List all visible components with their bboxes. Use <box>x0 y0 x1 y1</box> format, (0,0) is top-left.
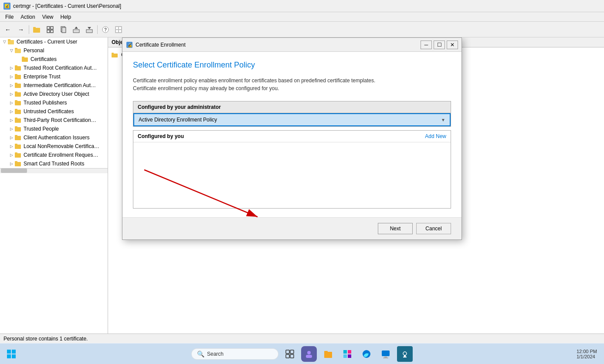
user-policy-label: Configured by you <box>138 133 184 139</box>
export-button[interactable] <box>70 24 82 35</box>
tree-cert-enrollment[interactable]: ▷ Certificate Enrollment Reques… <box>0 151 108 159</box>
smart-card-expander[interactable]: ▷ <box>8 160 15 167</box>
root-expander[interactable]: ▽ <box>1 38 8 45</box>
svg-rect-19 <box>116 30 118 32</box>
cert-enrollment-expander[interactable]: ▷ <box>8 152 15 158</box>
tree-enterprise-trust[interactable]: ▷ Enterprise Trust <box>0 72 108 81</box>
menu-action[interactable]: Action <box>17 13 38 21</box>
certificate-enrollment-dialog: 🔏 Certificate Enrollment ─ ☐ ✕ Select Ce… <box>122 37 462 240</box>
tree-smart-card[interactable]: ▷ Smart Card Trusted Roots <box>0 159 108 168</box>
svg-rect-32 <box>290 354 294 358</box>
tree-third-party[interactable]: ▷ Third-Party Root Certification… <box>0 116 108 125</box>
title-bar: 🔏 certmgr - [Certificates - Current User… <box>0 0 604 12</box>
trusted-people-expander[interactable]: ▷ <box>8 125 15 132</box>
personal-folder-icon <box>15 47 22 54</box>
next-button[interactable]: Next <box>378 223 413 234</box>
tree-trusted-publishers[interactable]: ▷ Trusted Publishers <box>0 98 108 107</box>
search-text: Search <box>207 351 224 357</box>
menu-file[interactable]: File <box>2 13 17 21</box>
intermediate-label: Intermediate Certification Aut… <box>24 82 96 88</box>
taskbar-task-view[interactable] <box>282 346 298 362</box>
trusted-root-expander[interactable]: ▷ <box>8 64 15 71</box>
menu-view[interactable]: View <box>39 13 57 21</box>
tree-client-auth[interactable]: ▷ Client Authentication Issuers <box>0 133 108 142</box>
dropdown-arrow-icon: ▼ <box>441 118 445 122</box>
svg-rect-30 <box>290 350 294 354</box>
trusted-people-folder-icon <box>15 126 22 132</box>
dialog-minimize-button[interactable]: ─ <box>421 40 432 49</box>
tree-local-nonremovable[interactable]: ▷ Local NonRemovable Certifica… <box>0 142 108 151</box>
dialog-body: Select Certificate Enrollment Policy Cer… <box>122 52 461 217</box>
admin-policy-section: Configured by your administrator Active … <box>133 101 451 127</box>
taskbar-edge[interactable] <box>359 346 374 362</box>
user-policy-section: Configured by you Add New <box>133 130 451 209</box>
menu-help[interactable]: Help <box>57 13 75 21</box>
search-bar[interactable]: 🔍 Search <box>191 348 278 360</box>
cancel-button[interactable]: Cancel <box>416 223 451 234</box>
tree-untrusted[interactable]: ▷ Untrusted Certificates <box>0 107 108 116</box>
svg-rect-7 <box>51 30 53 33</box>
tree-active-directory[interactable]: ▷ Active Directory User Object <box>0 90 108 98</box>
dialog-description-line2: Certificate enrollment policy may alread… <box>133 85 279 91</box>
tree-trusted-root[interactable]: ▷ Trusted Root Certification Aut… <box>0 64 108 72</box>
certificates-folder-icon <box>22 56 29 62</box>
enterprise-trust-expander[interactable]: ▷ <box>8 73 15 80</box>
tree-personal[interactable]: ▽ Personal <box>0 46 108 55</box>
copy-button[interactable] <box>57 24 69 35</box>
intermediate-folder-icon <box>15 82 22 88</box>
grid-button[interactable] <box>44 24 56 35</box>
add-new-button[interactable]: Add New <box>425 133 446 139</box>
active-directory-label: Active Directory User Object <box>24 91 89 97</box>
third-party-expander[interactable]: ▷ <box>8 117 15 124</box>
cert-enrollment-folder-icon <box>15 152 22 158</box>
tree-trusted-people[interactable]: ▷ Trusted People <box>0 125 108 133</box>
trusted-publishers-expander[interactable]: ▷ <box>8 99 15 106</box>
svg-rect-29 <box>286 350 289 354</box>
smart-card-folder-icon <box>15 161 22 167</box>
help-button[interactable]: ? <box>99 24 112 35</box>
client-auth-expander[interactable]: ▷ <box>8 134 15 141</box>
active-directory-expander[interactable]: ▷ <box>8 91 15 98</box>
trusted-root-label: Trusted Root Certification Aut… <box>24 65 97 71</box>
svg-marker-11 <box>75 27 78 29</box>
policy-dropdown[interactable]: Active Directory Enrollment Policy ▼ <box>133 113 451 126</box>
app-icon: 🔏 <box>3 3 10 10</box>
user-policy-header: Configured by you Add New <box>133 131 451 142</box>
client-auth-folder-icon <box>15 135 22 141</box>
taskbar-right: 12:00 PM1/1/2024 <box>577 349 601 359</box>
dialog-titlebar-controls: ─ ☐ ✕ <box>421 40 458 49</box>
taskbar-teams[interactable] <box>301 346 317 362</box>
forward-button[interactable]: → <box>15 24 27 35</box>
window-title: certmgr - [Certificates - Current User\P… <box>13 3 121 9</box>
cert-enrollment-label: Certificate Enrollment Reques… <box>24 152 98 158</box>
svg-point-33 <box>307 351 311 354</box>
taskbar-cert-manager[interactable] <box>397 346 413 362</box>
folder-button[interactable] <box>31 24 43 35</box>
tree-certificates[interactable]: ▷ Certificates <box>0 55 108 64</box>
personal-expander[interactable]: ▽ <box>8 47 15 54</box>
tree-intermediate[interactable]: ▷ Intermediate Certification Aut… <box>0 81 108 90</box>
dialog-maximize-button[interactable]: ☐ <box>434 40 445 49</box>
tree-root[interactable]: ▽ Certificates - Current User <box>0 37 108 46</box>
toolbar: ← → ? <box>0 22 604 37</box>
import-button[interactable] <box>83 24 95 35</box>
dialog-description-line1: Certificate enrollment policy enables en… <box>133 78 375 84</box>
taskbar-file-explorer[interactable] <box>320 346 336 362</box>
taskbar-remote-desktop[interactable] <box>378 346 394 362</box>
client-auth-label: Client Authentication Issuers <box>24 135 89 141</box>
properties-button[interactable] <box>112 24 125 35</box>
intermediate-expander[interactable]: ▷ <box>8 82 15 89</box>
back-button[interactable]: ← <box>2 24 14 35</box>
taskbar-clock: 12:00 PM1/1/2024 <box>577 349 597 359</box>
user-policy-body <box>133 142 451 208</box>
start-button[interactable] <box>3 346 19 362</box>
trusted-publishers-label: Trusted Publishers <box>24 100 67 106</box>
dialog-close-button[interactable]: ✕ <box>447 40 458 49</box>
taskbar-left <box>3 346 19 362</box>
dialog-icon: 🔏 <box>126 41 133 48</box>
untrusted-label: Untrusted Certificates <box>24 108 74 115</box>
local-nonremovable-expander[interactable]: ▷ <box>8 143 15 150</box>
tree-panel[interactable]: ▽ Certificates - Current User ▽ Personal… <box>0 37 108 334</box>
taskbar-store[interactable] <box>339 346 355 362</box>
untrusted-expander[interactable]: ▷ <box>8 108 15 115</box>
